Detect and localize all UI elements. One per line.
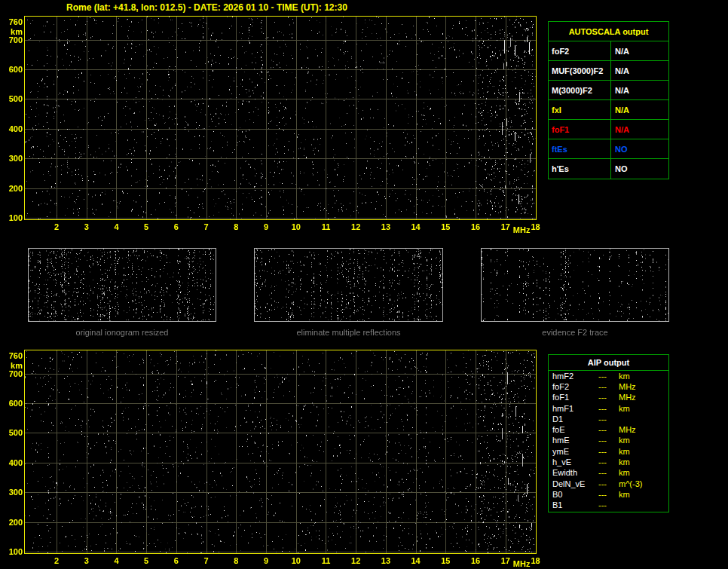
aip-param-name: ymE [549,447,598,457]
aip-row: foF2---MHz [549,381,668,392]
aip-table-body: hmF2---kmfoF2---MHzfoF1---MHzhmF1---kmD1… [549,371,668,511]
thumbnail-caption-original: original ionogram resized [28,328,216,337]
autoscala-param-value: N/A [611,120,668,139]
aip-param-unit: MHz [619,425,668,435]
aip-param-value: --- [598,393,619,402]
x-tick-label: 6 [165,556,188,565]
aip-table: AIP output hmF2---kmfoF2---MHzfoF1---MHz… [548,354,669,512]
aip-param-unit: km [619,468,668,478]
autoscala-param-value: NO [611,159,668,179]
aip-param-value: --- [598,500,619,510]
x-tick-label: 2 [45,222,68,231]
y-tick-label: 600 [1,65,23,74]
aip-param-value: --- [598,479,619,489]
x-tick-label: 4 [105,222,127,231]
y-tick-label: 300 [1,154,23,163]
autoscala-table-title: AUTOSCALA output [549,22,668,41]
aip-param-unit: km [619,404,668,414]
x-tick-label: 7 [195,556,218,565]
x-tick-label: 12 [344,222,367,231]
x-tick-label: 4 [105,556,127,565]
x-tick-label: 11 [314,222,337,231]
aip-param-value: --- [598,404,619,414]
x-tick-label: 12 [344,556,367,565]
x-tick-label: 17 [494,222,517,231]
y-tick-label: 400 [1,124,23,133]
y-tick-label: 760 [1,351,23,360]
aip-param-name: foF1 [549,393,598,402]
x-axis-unit-label: MHz [513,559,543,568]
thumbnail-multiple-reflections [254,248,443,322]
y-axis-unit-label: km [1,27,23,36]
thumbnail-multiple-reflections-canvas [255,249,442,321]
ionogram-plot-top [24,16,537,220]
x-tick-label: 3 [75,222,98,231]
y-tick-label: 700 [1,369,23,378]
aip-param-value: --- [598,415,619,424]
aip-param-unit: km [619,447,668,457]
y-tick-label: 600 [1,399,23,408]
aip-param-unit: m^(-3) [619,479,668,489]
y-tick-label: 100 [1,213,23,222]
y-tick-label: 400 [1,458,23,467]
aip-row: Ewidth---km [549,468,668,479]
x-tick-label: 18 [525,222,547,231]
aip-row: D1--- [549,414,668,424]
aip-param-name: DelN_vE [549,479,598,489]
x-tick-label: 7 [195,222,218,231]
autoscala-row: fxIN/A [549,100,668,120]
x-tick-label: 15 [434,222,457,231]
x-tick-label: 5 [135,556,158,565]
aip-param-value: --- [598,436,619,445]
aip-param-name: foE [549,425,598,435]
autoscala-param-name: fxI [549,100,611,119]
autoscala-row: M(3000)F2N/A [549,81,668,100]
autoscala-param-name: MUF(3000)F2 [549,61,611,80]
aip-param-name: hmF2 [549,372,598,381]
aip-row: foE---MHz [549,424,668,435]
aip-param-value: --- [598,425,619,435]
x-tick-label: 8 [225,556,247,565]
aip-param-name: h_vE [549,457,598,467]
x-tick-label: 5 [135,222,158,231]
aip-row: DelN_vE---m^(-3) [549,479,668,489]
ionogram-plot-bottom [24,350,537,554]
x-tick-label: 9 [255,222,277,231]
x-tick-label: 16 [464,222,487,231]
thumbnail-caption-multiple-reflections: eliminate multiple reflections [254,328,443,337]
aip-row: B0---km [549,489,668,500]
x-tick-label: 17 [494,556,517,565]
y-tick-label: 200 [1,184,23,193]
aip-param-name: hmE [549,436,598,445]
aip-row: ymE---km [549,446,668,457]
x-tick-label: 10 [285,556,307,565]
aip-param-name: Ewidth [549,468,598,478]
aip-row: B1--- [549,500,668,511]
x-tick-label: 11 [314,556,337,565]
x-tick-label: 6 [165,222,188,231]
autoscala-param-name: foF1 [549,120,611,139]
ionogram-canvas-top [25,17,536,219]
y-tick-label: 300 [1,488,23,497]
x-tick-label: 3 [75,556,98,565]
aip-param-name: foF2 [549,382,598,392]
y-tick-label: 500 [1,94,23,103]
x-tick-label: 9 [255,556,277,565]
thumbnail-f2-trace-canvas [482,249,668,321]
aip-param-name: B1 [549,500,598,510]
aip-row: foF1---MHz [549,393,668,403]
thumbnail-f2-trace [481,248,669,322]
aip-param-unit: km [619,490,668,500]
x-tick-label: 14 [405,222,427,231]
x-tick-label: 10 [285,222,307,231]
autoscala-table-body: foF2N/AMUF(3000)F2N/AM(3000)F2N/AfxIN/Af… [549,41,668,179]
autoscala-row: h'EsNO [549,159,668,179]
aip-param-name: hmF1 [549,404,598,414]
aip-row: hmF2---km [549,371,668,381]
autoscala-table: AUTOSCALA output foF2N/AMUF(3000)F2N/AM(… [548,21,669,179]
autoscala-param-value: NO [611,139,668,158]
y-axis-unit-label: km [1,361,23,370]
x-tick-label: 13 [375,222,397,231]
aip-param-value: --- [598,447,619,457]
autoscala-param-name: ftEs [549,139,611,158]
